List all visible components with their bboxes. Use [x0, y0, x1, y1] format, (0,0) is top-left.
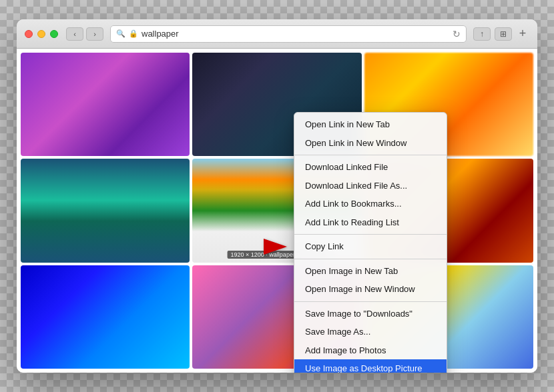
grid-item-1[interactable]: [21, 53, 190, 156]
menu-separator-4: [294, 301, 447, 302]
menu-separator-2: [294, 234, 447, 235]
red-arrow-indicator: [264, 239, 287, 255]
traffic-lights: [25, 30, 58, 38]
grid-item-7[interactable]: [21, 265, 190, 369]
menu-separator-3: [294, 259, 447, 259]
new-tab-button[interactable]: +: [516, 27, 529, 41]
menu-item-open-new-tab[interactable]: Open Link in New Tab: [294, 115, 447, 134]
menu-item-add-bookmarks[interactable]: Add Link to Bookmarks...: [294, 195, 447, 213]
menu-item-save-image-as[interactable]: Save Image As...: [294, 323, 447, 341]
menu-item-save-image-downloads[interactable]: Save Image to "Downloads": [294, 305, 447, 323]
tab-overview-button[interactable]: ⊞: [495, 27, 512, 41]
menu-separator-1: [294, 155, 447, 155]
menu-item-open-image-window[interactable]: Open Image in New Window: [294, 280, 447, 299]
share-button[interactable]: ↑: [473, 27, 491, 41]
lock-icon: 🔒: [129, 29, 138, 38]
menu-item-open-new-window[interactable]: Open Link in New Window: [294, 134, 447, 153]
toolbar-right: ↑ ⊞ +: [473, 27, 529, 41]
menu-item-add-reading-list[interactable]: Add Link to Reading List: [294, 213, 447, 232]
menu-item-use-image-desktop[interactable]: Use Image as Desktop Picture: [294, 359, 447, 373]
image-grid: 1920 × 1200 · wallpaperswide.com: [17, 49, 537, 373]
address-bar[interactable]: 🔍 🔒 wallpaper ↻: [110, 25, 467, 43]
menu-item-open-image-tab[interactable]: Open Image in New Tab: [294, 262, 447, 281]
menu-item-download-linked-as[interactable]: Download Linked File As...: [294, 177, 447, 195]
minimize-button[interactable]: [37, 30, 45, 38]
address-text: wallpaper: [142, 29, 444, 39]
menu-item-download-linked[interactable]: Download Linked File: [294, 158, 447, 177]
browser-content: 1920 × 1200 · wallpaperswide.com Open Li…: [17, 49, 537, 373]
browser-window: ‹ › 🔍 🔒 wallpaper ↻ ↑ ⊞ + 1920 × 1200 · …: [17, 19, 537, 373]
context-menu: Open Link in New Tab Open Link in New Wi…: [294, 112, 447, 373]
close-button[interactable]: [25, 30, 33, 38]
back-button[interactable]: ‹: [66, 27, 83, 41]
nav-buttons: ‹ ›: [66, 27, 103, 41]
search-icon: 🔍: [116, 29, 125, 38]
menu-item-copy-link[interactable]: Copy Link: [294, 237, 447, 256]
maximize-button[interactable]: [50, 30, 58, 38]
forward-button[interactable]: ›: [86, 27, 103, 41]
menu-item-add-image-photos[interactable]: Add Image to Photos: [294, 341, 447, 360]
reload-button[interactable]: ↻: [453, 29, 461, 39]
grid-item-4[interactable]: [21, 159, 190, 262]
title-bar: ‹ › 🔍 🔒 wallpaper ↻ ↑ ⊞ +: [17, 19, 537, 49]
